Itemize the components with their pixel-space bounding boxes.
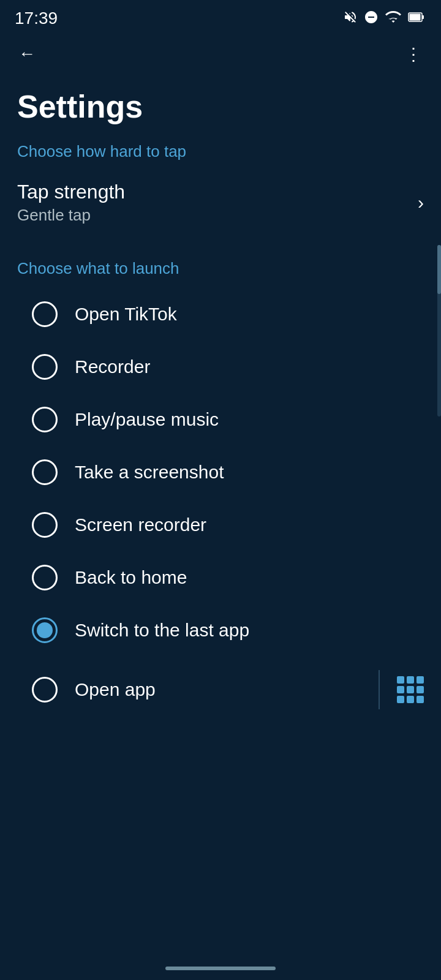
radio-circle-tiktok — [32, 301, 58, 327]
radio-label-playpause: Play/pause music — [75, 409, 219, 430]
radio-option-recorder[interactable]: Recorder — [0, 341, 441, 393]
radio-label-recorder: Recorder — [75, 356, 150, 377]
radio-label-lastapp: Switch to the last app — [75, 620, 249, 641]
status-time: 17:39 — [15, 9, 58, 28]
tap-section-label: Choose how hard to tap — [0, 142, 441, 171]
radio-label-screenshot: Take a screenshot — [75, 462, 224, 483]
scrollbar-track[interactable] — [437, 245, 441, 417]
status-bar: 17:39 — [0, 0, 441, 34]
chevron-right-icon: › — [418, 192, 424, 213]
grid-icon-area[interactable] — [380, 670, 441, 709]
mute-icon — [343, 10, 358, 28]
radio-option-openapp[interactable]: Open app — [0, 657, 441, 723]
radio-option-playpause[interactable]: Play/pause music — [0, 393, 441, 446]
tap-strength-subtitle: Gentle tap — [17, 206, 125, 225]
radio-option-tiktok[interactable]: Open TikTok — [0, 288, 441, 341]
status-icons — [343, 10, 426, 28]
radio-option-lastapp[interactable]: Switch to the last app — [0, 604, 441, 657]
launch-section-label: Choose what to launch — [0, 249, 441, 288]
radio-label-backhome: Back to home — [75, 567, 187, 588]
radio-circle-playpause — [32, 407, 58, 432]
svg-rect-1 — [410, 13, 421, 20]
open-app-left: Open app — [32, 677, 379, 703]
radio-circle-screenshot — [32, 459, 58, 485]
radio-circle-recorder — [32, 354, 58, 380]
dnd-icon — [364, 10, 379, 28]
page-title: Settings — [0, 74, 441, 142]
radio-label-openapp: Open app — [75, 679, 156, 700]
radio-label-screenrecorder: Screen recorder — [75, 514, 206, 535]
svg-rect-2 — [422, 15, 424, 19]
radio-circle-screenrecorder — [32, 512, 58, 538]
radio-option-screenrecorder[interactable]: Screen recorder — [0, 499, 441, 551]
home-indicator — [165, 967, 276, 970]
tap-strength-row[interactable]: Tap strength Gentle tap › — [0, 171, 441, 235]
wifi-icon — [385, 10, 402, 28]
radio-circle-backhome — [32, 565, 58, 590]
battery-icon — [408, 10, 426, 28]
more-button[interactable]: ⋮ — [399, 39, 429, 69]
radio-option-backhome[interactable]: Back to home — [0, 551, 441, 604]
back-arrow-icon: ← — [18, 44, 36, 64]
more-dots-icon: ⋮ — [405, 44, 423, 64]
back-button[interactable]: ← — [12, 39, 42, 69]
top-nav: ← ⋮ — [0, 34, 441, 74]
radio-label-tiktok: Open TikTok — [75, 304, 177, 325]
radio-circle-openapp — [32, 677, 58, 703]
radio-option-screenshot[interactable]: Take a screenshot — [0, 446, 441, 499]
tap-strength-info: Tap strength Gentle tap — [17, 181, 125, 225]
tap-strength-title: Tap strength — [17, 181, 125, 203]
scrollbar-thumb — [437, 245, 441, 294]
radio-circle-lastapp — [32, 617, 58, 643]
grid-icon — [397, 676, 424, 703]
